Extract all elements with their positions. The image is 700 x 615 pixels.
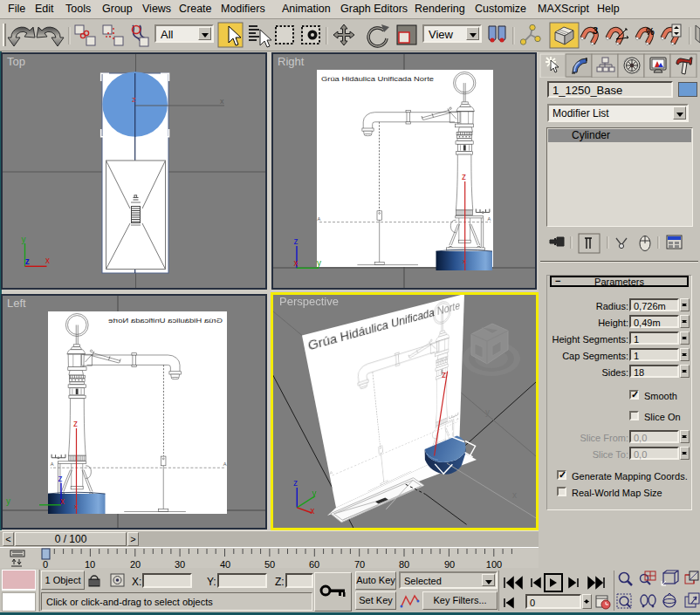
svg-text:z: z [462, 172, 466, 181]
svg-text:z: z [25, 256, 30, 266]
svg-text:x: x [463, 257, 466, 265]
svg-text:z: z [58, 474, 63, 483]
svg-text:x: x [220, 97, 224, 106]
svg-text:x: x [294, 258, 299, 268]
svg-text:x: x [60, 496, 65, 506]
svg-text:z: z [293, 478, 298, 488]
svg-text:z: z [294, 236, 299, 246]
svg-text:x: x [45, 256, 50, 265]
svg-text:%: % [646, 26, 655, 37]
svg-text:z: z [132, 95, 136, 104]
svg-text:z: z [442, 370, 446, 379]
svg-text:Grúa Hidáulica Unificada Norte: Grúa Hidáulica Unificada Norte [321, 75, 435, 83]
svg-text:x: x [74, 502, 78, 510]
svg-text:y: y [22, 235, 26, 244]
svg-text:x: x [310, 506, 314, 516]
svg-text:y: y [6, 496, 10, 506]
svg-text:z: z [73, 419, 78, 428]
svg-text:y: y [317, 258, 321, 268]
svg-text:y: y [312, 489, 317, 498]
svg-text:Grúa Hidáulica Unificada Norte: Grúa Hidáulica Unificada Norte [107, 317, 223, 325]
svg-text:3: 3 [593, 25, 598, 36]
